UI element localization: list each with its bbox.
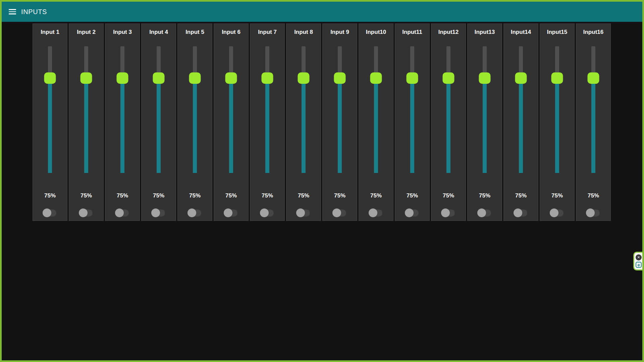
volume-slider[interactable] <box>261 46 273 173</box>
toggle-knob <box>79 208 88 217</box>
volume-slider[interactable] <box>406 46 418 173</box>
channel-label: Input14 <box>511 28 531 36</box>
volume-slider[interactable] <box>515 46 527 173</box>
channel-toggle[interactable] <box>514 208 528 218</box>
channel-toggle[interactable] <box>332 208 347 218</box>
channel-strip: Input16 75% <box>576 23 611 221</box>
channel-label: Input 6 <box>222 28 240 36</box>
channel-label: Input 9 <box>330 28 349 36</box>
channel-strip: Input14 75% <box>503 23 538 221</box>
slider-thumb[interactable] <box>44 72 56 84</box>
channel-label: Input15 <box>547 28 567 36</box>
slider-fill <box>265 78 269 173</box>
channel-toggle[interactable] <box>151 208 166 218</box>
channel-toggle[interactable] <box>586 208 601 218</box>
channel-toggle[interactable] <box>115 208 130 218</box>
toggle-knob <box>115 208 124 217</box>
channel-strip: Input 5 75% <box>177 23 212 221</box>
volume-slider[interactable] <box>298 46 310 173</box>
channel-strip: Input 3 75% <box>105 23 140 221</box>
slider-fill <box>120 78 124 173</box>
slider-fill <box>446 78 450 173</box>
channel-toggle[interactable] <box>477 208 492 218</box>
channel-label: Input 5 <box>185 28 204 36</box>
volume-slider[interactable] <box>225 46 237 173</box>
volume-slider[interactable] <box>189 46 201 173</box>
toggle-knob <box>151 208 160 217</box>
slider-thumb[interactable] <box>80 72 92 84</box>
volume-value: 75% <box>80 192 92 199</box>
volume-slider[interactable] <box>479 46 491 173</box>
slider-thumb[interactable] <box>153 72 165 84</box>
channel-toggle[interactable] <box>550 208 565 218</box>
volume-value: 75% <box>44 192 56 199</box>
channel-label: Input16 <box>583 28 603 36</box>
slider-fill <box>483 78 487 173</box>
volume-value: 75% <box>262 192 273 199</box>
channel-toggle[interactable] <box>224 208 238 218</box>
volume-slider[interactable] <box>116 46 128 173</box>
volume-value: 75% <box>334 192 345 199</box>
volume-slider[interactable] <box>334 46 346 173</box>
channel-toggle[interactable] <box>405 208 420 218</box>
volume-slider[interactable] <box>442 46 454 173</box>
slider-fill <box>410 78 414 173</box>
slider-fill <box>193 78 197 173</box>
channel-label: Input 2 <box>77 28 96 36</box>
volume-slider[interactable] <box>551 46 563 173</box>
channel-toggle[interactable] <box>43 208 57 218</box>
channel-toggle[interactable] <box>296 208 311 218</box>
slider-fill <box>229 78 233 173</box>
slider-thumb[interactable] <box>407 72 418 84</box>
slider-thumb[interactable] <box>551 72 563 84</box>
volume-value: 75% <box>551 192 563 199</box>
channel-label: Input 7 <box>258 28 277 36</box>
channel-strip: Input 7 75% <box>250 23 285 221</box>
slider-thumb[interactable] <box>588 72 599 84</box>
volume-slider[interactable] <box>370 46 382 173</box>
toggle-knob <box>43 208 51 217</box>
channel-strip: Input 2 75% <box>69 23 104 221</box>
slider-thumb[interactable] <box>225 72 237 84</box>
channel-label: Input13 <box>475 28 495 36</box>
e-logo-icon[interactable]: e <box>636 262 642 268</box>
channel-toggle[interactable] <box>369 208 383 218</box>
channel-toggle[interactable] <box>260 208 275 218</box>
slider-thumb[interactable] <box>370 72 382 84</box>
volume-value: 75% <box>117 192 128 199</box>
channel-label: Input11 <box>402 28 422 36</box>
toggle-knob <box>332 208 341 217</box>
close-icon[interactable]: ✕ <box>636 254 642 260</box>
volume-slider[interactable] <box>153 46 165 173</box>
hamburger-menu-icon[interactable] <box>9 9 16 14</box>
slider-thumb[interactable] <box>479 72 491 84</box>
volume-value: 75% <box>479 192 490 199</box>
channel-strip: Input 8 75% <box>286 23 321 221</box>
slider-fill <box>374 78 378 173</box>
channel-strip: Input11 75% <box>395 23 430 221</box>
slider-thumb[interactable] <box>443 72 454 84</box>
slider-thumb[interactable] <box>117 72 128 84</box>
volume-value: 75% <box>298 192 309 199</box>
channel-toggle[interactable] <box>79 208 94 218</box>
volume-slider[interactable] <box>80 46 92 173</box>
volume-value: 75% <box>370 192 382 199</box>
volume-slider[interactable] <box>44 46 56 173</box>
toggle-knob <box>477 208 486 217</box>
slider-thumb[interactable] <box>262 72 273 84</box>
slider-thumb[interactable] <box>189 72 201 84</box>
slider-thumb[interactable] <box>298 72 310 84</box>
slider-fill <box>591 78 595 173</box>
toggle-knob <box>514 208 522 217</box>
volume-value: 75% <box>588 192 599 199</box>
volume-slider[interactable] <box>587 46 599 173</box>
slider-thumb[interactable] <box>515 72 527 84</box>
slider-fill <box>84 78 88 173</box>
volume-value: 75% <box>515 192 527 199</box>
channel-toggle[interactable] <box>441 208 456 218</box>
channel-label: Input 3 <box>113 28 132 36</box>
channel-toggle[interactable] <box>187 208 202 218</box>
volume-value: 75% <box>225 192 237 199</box>
slider-thumb[interactable] <box>334 72 346 84</box>
volume-value: 75% <box>407 192 418 199</box>
